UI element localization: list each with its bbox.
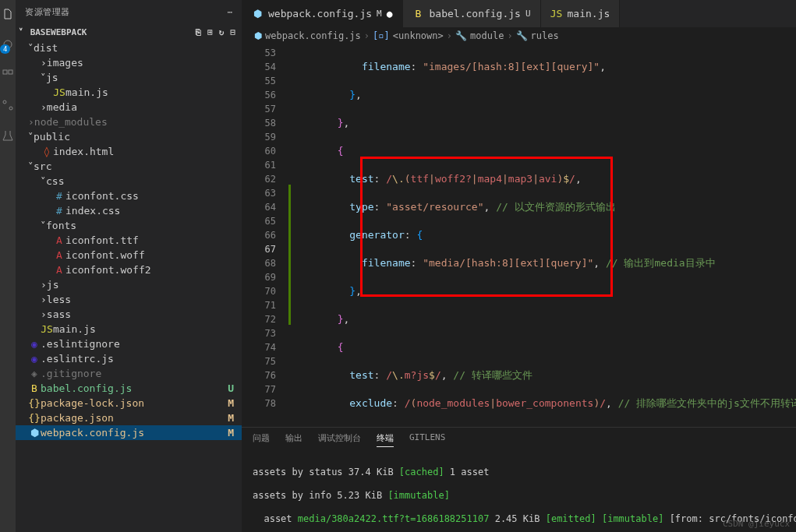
explorer-icon[interactable] (2, 8, 14, 23)
line-gutter: 5354555657585960616263646566676869707172… (242, 44, 288, 427)
watermark: CSDN @jieyucx (723, 519, 790, 529)
code-editor[interactable]: 5354555657585960616263646566676869707172… (242, 44, 796, 427)
folder-src[interactable]: ˅ src (16, 159, 242, 174)
file-gitignore[interactable]: ◈ .gitignore (16, 366, 242, 381)
file-index-html[interactable]: ◊ index.html (16, 144, 242, 159)
tab-webpack-config[interactable]: ⬢webpack.config.js M● (242, 0, 403, 27)
code-content[interactable]: filename: "images/[hash:8][ext][query]",… (288, 44, 796, 427)
refresh-icon[interactable]: ↻ (219, 27, 225, 37)
file-iconfont-woff[interactable]: A iconfont.woff (16, 248, 242, 262)
new-folder-icon[interactable]: ⊞ (207, 27, 213, 37)
editor-tabs: ⬢webpack.config.js M● Bbabel.config.js U… (242, 0, 796, 27)
tab-babel-config[interactable]: Bbabel.config.js U (403, 0, 541, 27)
extensions-icon[interactable] (2, 69, 14, 83)
folder-media[interactable]: › media (16, 100, 242, 115)
new-file-icon[interactable]: ⎘ (196, 27, 201, 37)
debug-icon[interactable]: 4 (2, 38, 14, 53)
tab-terminal[interactable]: 终端 (377, 432, 394, 447)
file-main-js[interactable]: JS main.js (16, 85, 242, 100)
testing-icon[interactable] (2, 129, 14, 144)
workspace-header[interactable]: ˅ BASEWEBPACK ⎘ ⊞ ↻ ⊟ (16, 24, 242, 41)
file-index-css[interactable]: # index.css (16, 203, 242, 218)
file-iconfont-woff2[interactable]: A iconfont.woff2 (16, 262, 242, 277)
folder-public[interactable]: ˅ public (16, 129, 242, 144)
folder-dist[interactable]: ˅ dist (16, 41, 242, 55)
svg-rect-1 (3, 70, 7, 74)
svg-rect-2 (9, 70, 12, 74)
folder-node-modules[interactable]: › node_modules (16, 115, 242, 129)
folder-less[interactable]: › less (16, 292, 242, 307)
file-webpack-config[interactable]: ⬢ webpack.config.jsM (16, 425, 242, 440)
file-src-main-js[interactable]: JS main.js (16, 322, 242, 336)
file-iconfont-css[interactable]: # iconfont.css (16, 188, 242, 203)
tab-debug[interactable]: 调试控制台 (318, 432, 361, 447)
file-package-lock[interactable]: {} package-lock.jsonM (16, 396, 242, 410)
explorer-more-icon[interactable]: ⋯ (227, 7, 232, 17)
editor-area: ⬢webpack.config.js M● Bbabel.config.js U… (242, 0, 796, 532)
file-tree: ˅ dist › images ˅ js JS main.js › media … (16, 41, 242, 532)
tab-gitlens[interactable]: GITLENS (409, 432, 445, 447)
folder-css[interactable]: ˅ css (16, 174, 242, 188)
file-iconfont-ttf[interactable]: A iconfont.ttf (16, 233, 242, 248)
terminal-content[interactable]: assets by status 37.4 KiB [cached] 1 ass… (242, 452, 796, 532)
explorer-title: 资源管理器 (25, 6, 70, 18)
file-babel-config[interactable]: B babel.config.jsU (16, 381, 242, 396)
collapse-icon[interactable]: ⊟ (230, 27, 235, 37)
folder-images[interactable]: › images (16, 55, 242, 70)
activity-bar: 4 (0, 0, 16, 532)
terminal-tabs: 问题 输出 调试控制台 终端 GITLENS (242, 428, 796, 452)
folder-src-js[interactable]: › js (16, 277, 242, 292)
explorer-sidebar: 资源管理器 ⋯ ˅ BASEWEBPACK ⎘ ⊞ ↻ ⊟ ˅ dist › i… (16, 0, 242, 532)
file-package-json[interactable]: {} package.jsonM (16, 410, 242, 425)
tab-output[interactable]: 输出 (285, 432, 302, 447)
file-eslintrc[interactable]: ◉ .eslintrc.js (16, 351, 242, 366)
folder-js[interactable]: ˅ js (16, 70, 242, 85)
terminal-panel: 问题 输出 调试控制台 终端 GITLENS assets by status … (242, 427, 796, 532)
svg-point-4 (9, 107, 12, 110)
folder-sass[interactable]: › sass (16, 307, 242, 322)
svg-point-3 (3, 100, 6, 104)
folder-fonts[interactable]: ˅ fonts (16, 218, 242, 233)
scm-icon[interactable] (2, 99, 14, 114)
file-eslintignore[interactable]: ◉ .eslintignore (16, 336, 242, 351)
tab-main-js[interactable]: JSmain.js (541, 0, 621, 27)
tab-problems[interactable]: 问题 (253, 432, 270, 447)
breadcrumb[interactable]: ⬢webpack.config.js ›[▫]<unknown> ›🔧modul… (242, 27, 796, 44)
